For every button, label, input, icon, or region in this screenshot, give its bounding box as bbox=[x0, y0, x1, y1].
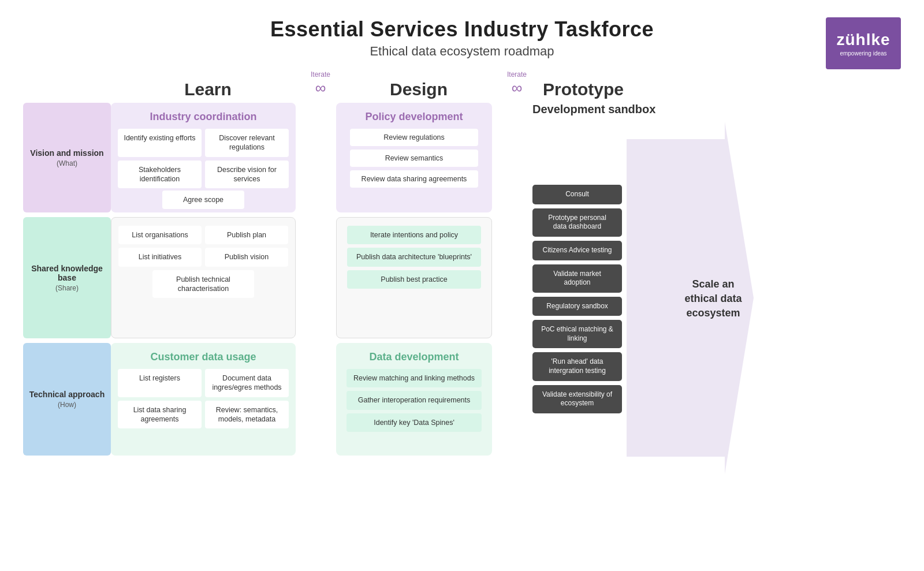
learn-item-identify: Identify existing efforts bbox=[118, 129, 202, 157]
learn-publish-tech: Publish technical characterisation bbox=[152, 270, 254, 298]
phase-design-label: Design bbox=[390, 80, 448, 99]
proto-item-1: Prototype personal data dashboard bbox=[532, 208, 622, 237]
learn-list-org: List organisations bbox=[118, 226, 202, 244]
iterate1-icon: ∞ bbox=[315, 79, 326, 97]
iterate2-column bbox=[492, 103, 532, 476]
proto-item-6: 'Run ahead' data intergration testing bbox=[532, 352, 622, 380]
row-label-technical: Technical approach (How) bbox=[23, 343, 111, 456]
customer-document-data: Document data ingres/egres methods bbox=[205, 369, 289, 397]
scale-text: Scale an ethical data ecosystem bbox=[681, 277, 745, 321]
policy-review-semantics: Review semantics bbox=[350, 150, 478, 167]
proto-item-2: Citizens Advice testing bbox=[532, 241, 622, 260]
phase-prototype-label: Prototype bbox=[543, 80, 624, 99]
policy-items: Review regulations Review semantics Revi… bbox=[343, 129, 485, 188]
row-labels: Vision and mission (What) Shared knowled… bbox=[23, 103, 111, 476]
data-identify-spines: Identify key 'Data Spines' bbox=[346, 413, 482, 432]
policy-development-box: Policy development Review regulations Re… bbox=[336, 103, 492, 212]
design-shared-items: Iterate intentions and policy Publish da… bbox=[344, 226, 485, 289]
prototype-list: Consult Prototype personal data dashboar… bbox=[532, 185, 622, 413]
row-label-vision: Vision and mission (What) bbox=[23, 103, 111, 212]
industry-coordination-box: Industry coordination Identify existing … bbox=[111, 103, 296, 212]
page-subtitle: Ethical data ecosystem roadmap bbox=[23, 44, 901, 59]
design-iterate-policy: Iterate intentions and policy bbox=[347, 226, 481, 244]
proto-item-0: Consult bbox=[532, 185, 622, 204]
logo: zühlke empowering ideas bbox=[826, 17, 901, 69]
row-label-shared: Shared knowledge base (Share) bbox=[23, 217, 111, 338]
design-shared-box: Iterate intentions and policy Publish da… bbox=[336, 217, 492, 338]
policy-dev-title: Policy development bbox=[343, 111, 485, 123]
learn-publish-vision: Publish vision bbox=[205, 248, 288, 266]
customer-list-registers: List registers bbox=[118, 369, 202, 397]
customer-data-title: Customer data usage bbox=[118, 351, 289, 363]
logo-tagline: empowering ideas bbox=[840, 50, 886, 57]
learn-item-discover: Discover relevant regulations bbox=[205, 129, 289, 157]
iterate2-label: Iterate bbox=[507, 70, 527, 79]
learn-item-agree: Agree scope bbox=[162, 191, 244, 209]
policy-review-regs: Review regulations bbox=[350, 129, 478, 146]
policy-review-sharing: Review data sharing agreements bbox=[350, 170, 478, 188]
data-development-box: Data development Review matching and lin… bbox=[336, 343, 492, 456]
design-column: Policy development Review regulations Re… bbox=[336, 103, 492, 476]
prototype-wrapper: Consult Prototype personal data dashboar… bbox=[532, 122, 901, 476]
sandbox-title: Development sandbox bbox=[532, 103, 901, 116]
prototype-column: Development sandbox Consult Prototype pe… bbox=[532, 103, 901, 476]
customer-items-grid: List registers Document data ingres/egre… bbox=[118, 369, 289, 428]
data-dev-title: Data development bbox=[343, 351, 485, 363]
learn-shared-box: List organisations Publish plan List ini… bbox=[111, 217, 296, 338]
industry-items-grid: Identify existing efforts Discover relev… bbox=[118, 129, 289, 188]
data-dev-items: Review matching and linking methods Gath… bbox=[343, 369, 485, 432]
customer-list-sharing: List data sharing agreements bbox=[118, 401, 202, 429]
data-gather-interop: Gather interoperation requirements bbox=[346, 391, 482, 409]
logo-name: zühlke bbox=[836, 31, 890, 49]
iterate1-label: Iterate bbox=[311, 70, 330, 79]
design-publish-best: Publish best practice bbox=[347, 270, 481, 289]
proto-item-5: PoC ethical matching & linking bbox=[532, 320, 622, 348]
customer-review-semantics: Review: semantics, models, metadata bbox=[205, 401, 289, 429]
learn-column: Industry coordination Identify existing … bbox=[111, 103, 296, 476]
industry-coordination-title: Industry coordination bbox=[118, 111, 289, 123]
customer-data-usage-box: Customer data usage List registers Docum… bbox=[111, 343, 296, 456]
learn-publish-plan: Publish plan bbox=[205, 226, 288, 244]
phase-learn-label: Learn bbox=[184, 80, 232, 99]
learn-item-describe: Describe vision for services bbox=[205, 161, 289, 189]
proto-item-3: Validate market adoption bbox=[532, 264, 622, 293]
iterate1-column bbox=[296, 103, 336, 476]
data-review-matching: Review matching and linking methods bbox=[346, 369, 482, 387]
learn-list-initiatives: List initiatives bbox=[118, 248, 202, 266]
proto-item-7: Validate extensibility of ecosystem bbox=[532, 385, 622, 413]
learn-shared-items: List organisations Publish plan List ini… bbox=[118, 226, 288, 267]
learn-item-stakeholders: Stakeholders identification bbox=[118, 161, 202, 189]
page-header: Essential Services Industry Taskforce Et… bbox=[23, 17, 901, 59]
proto-item-4: Regulatory sandbox bbox=[532, 297, 622, 316]
page-title: Essential Services Industry Taskforce bbox=[23, 17, 901, 42]
design-publish-arch: Publish data architecture 'blueprints' bbox=[347, 248, 481, 266]
iterate2-icon: ∞ bbox=[512, 79, 523, 97]
